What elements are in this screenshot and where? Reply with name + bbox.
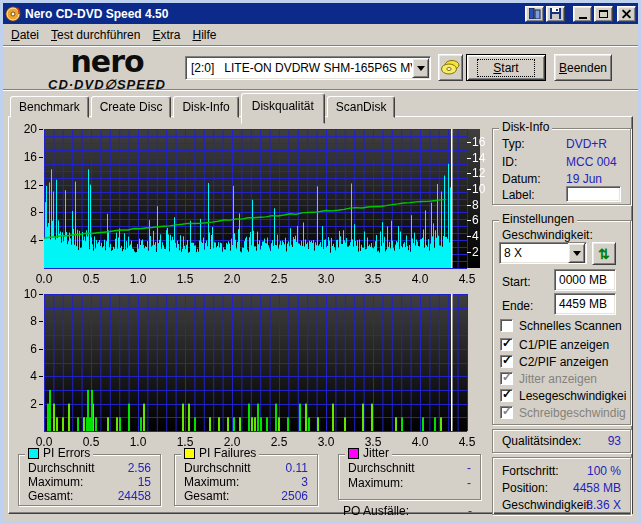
- checkbox-icon: [500, 406, 513, 419]
- maximize-icon: [599, 10, 608, 18]
- refresh-button[interactable]: ⇅: [592, 242, 616, 265]
- app-icon: [5, 6, 21, 22]
- settings-group: Einstellungen Geschwindigkeit: 8 X ⇅ Sta…: [492, 220, 631, 425]
- progress-box: Fortschritt:100 % Position:4458 MB Gesch…: [492, 457, 631, 515]
- divider: [3, 89, 638, 91]
- checkbox-lesegeschwindigkeit[interactable]: Lesegeschwindigkeit a: [500, 388, 626, 403]
- results-button[interactable]: [525, 6, 544, 22]
- nero-wordmark: nero: [28, 47, 186, 77]
- start-position-label: Start:: [502, 275, 531, 289]
- save-button[interactable]: [546, 6, 565, 22]
- checkbox-jitter-anzeigen[interactable]: Jitter anzeigen: [500, 371, 626, 386]
- speed-selector-arrow[interactable]: [568, 243, 585, 263]
- checkbox-schnelles-scannen[interactable]: Schnelles Scannen: [500, 318, 626, 333]
- start-button-label: Start: [477, 59, 534, 77]
- checkbox-icon: [500, 319, 513, 332]
- checkbox-c2-pif-anzeigen[interactable]: C2/PIF anzeigen: [500, 354, 626, 369]
- menu-bar: Datei Test durchführen Extra Hilfe: [3, 24, 638, 45]
- end-position-field[interactable]: 4459 MB: [554, 293, 616, 315]
- pi-errors-swatch: [28, 448, 39, 459]
- progress-row: Fortschritt:100 %: [502, 464, 621, 478]
- quit-button[interactable]: Beenden: [554, 54, 612, 81]
- checkbox-icon: [500, 372, 513, 385]
- start-position-field[interactable]: 0000 MB: [554, 269, 616, 291]
- speed-label: Geschwindigkeit:: [502, 228, 593, 242]
- label-input[interactable]: [566, 186, 621, 202]
- speed-selector[interactable]: 8 X: [499, 242, 587, 264]
- speed-row: Geschwindigkeit:8.36 X: [502, 498, 621, 512]
- settings-title: Einstellungen: [499, 213, 577, 226]
- tab-disk-info[interactable]: Disk-Info: [173, 96, 238, 118]
- minimize-icon: [579, 17, 587, 19]
- end-position-label: Ende:: [502, 299, 533, 313]
- checkbox-c1-pie-anzeigen[interactable]: C1/PIE anzeigen: [500, 337, 626, 352]
- refresh-icon: ⇅: [598, 246, 610, 262]
- menu-hilfe[interactable]: Hilfe: [186, 26, 222, 44]
- checkbox-icon: [500, 355, 513, 368]
- disk-label-row: Label:: [502, 188, 621, 202]
- pi-failures-legend: PI Failures: [181, 447, 259, 460]
- chart-icon: [529, 8, 541, 19]
- position-row: Position:4458 MB: [502, 481, 621, 495]
- checkbox-icon: [500, 389, 513, 402]
- drive-selector-arrow[interactable]: [412, 58, 429, 78]
- minimize-button[interactable]: [573, 6, 592, 22]
- close-icon: [622, 9, 631, 18]
- po-failures-row: PO Ausfälle:-: [343, 504, 476, 518]
- tab-scandisk[interactable]: ScanDisk: [327, 96, 396, 118]
- disk-info-group: Disk-Info Typ:DVD+R ID:MCC 004 Datum:19 …: [492, 128, 631, 205]
- menu-test-durchfuehren[interactable]: Test durchführen: [45, 26, 146, 44]
- menu-datei[interactable]: Datei: [5, 26, 45, 44]
- tab-diskqualitaet[interactable]: Diskqualität: [241, 93, 325, 124]
- close-button[interactable]: [617, 6, 636, 22]
- drive-selector[interactable]: [2:0] LITE-ON DVDRW SHM-165P6S MV96: [185, 56, 431, 80]
- nero-logo: nero CD·DVD∅SPEED: [28, 47, 186, 91]
- pi-failures-swatch: [184, 448, 195, 459]
- drive-selector-value: [2:0] LITE-ON DVDRW SHM-165P6S MV96: [186, 61, 412, 75]
- title-bar: Nero CD-DVD Speed 4.50: [3, 3, 638, 24]
- quality-index-box: Qualitätsindex:93: [492, 429, 631, 453]
- window-title: Nero CD-DVD Speed 4.50: [25, 7, 168, 21]
- jitter-group: Jitter Durchschnitt- Maximum:-: [338, 454, 481, 500]
- disk-id-row: ID:MCC 004: [502, 155, 621, 169]
- pi-failures-chart: [11, 288, 489, 451]
- disk-info-title: Disk-Info: [499, 121, 552, 134]
- jitter-legend: Jitter: [345, 447, 392, 460]
- disc-icon: [441, 58, 460, 77]
- jitter-swatch: [348, 448, 359, 459]
- menu-extra[interactable]: Extra: [146, 26, 186, 44]
- pi-errors-chart: [11, 123, 489, 288]
- pi-errors-legend: PI Errors: [25, 447, 93, 460]
- quit-button-label: Beenden: [559, 61, 607, 75]
- save-icon: [550, 8, 561, 19]
- tab-panel: Disk-Info Typ:DVD+R ID:MCC 004 Datum:19 …: [8, 116, 633, 514]
- tab-create-disc[interactable]: Create Disc: [91, 96, 172, 118]
- tab-benchmark[interactable]: Benchmark: [10, 96, 89, 118]
- chevron-down-icon: [417, 66, 425, 71]
- application-window: { "window": { "title": "Nero CD-DVD Spee…: [0, 0, 641, 524]
- quality-index-row: Qualitätsindex:93: [502, 434, 621, 448]
- pi-failures-group: PI Failures Durchschnitt0.11 Maximum:3 G…: [174, 454, 318, 506]
- speed-value: 8 X: [500, 246, 568, 260]
- disk-type-row: Typ:DVD+R: [502, 137, 621, 151]
- maximize-button[interactable]: [594, 6, 613, 22]
- disk-date-row: Datum:19 Jun 2006: [502, 172, 621, 186]
- eject-disc-button[interactable]: [438, 54, 463, 81]
- pi-errors-group: PI Errors Durchschnitt2.56 Maximum:15 Ge…: [18, 454, 161, 506]
- start-button[interactable]: Start: [466, 54, 546, 81]
- tab-bar: Benchmark Create Disc Disk-Info Diskqual…: [10, 96, 397, 117]
- checkbox-schreibgeschwindigkeit[interactable]: Schreibgeschwindigke: [500, 405, 626, 420]
- checkbox-icon: [500, 338, 513, 351]
- chevron-down-icon: [573, 251, 581, 256]
